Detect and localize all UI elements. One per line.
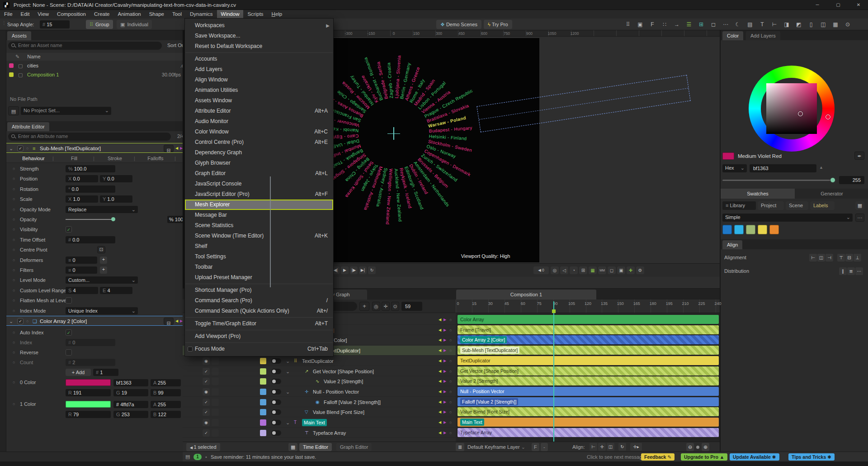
layer-visibility-eye-icon[interactable]: ◉ [203, 357, 210, 365]
window-menu-item-graph-editor[interactable]: Graph EditorAlt+L [185, 168, 333, 179]
layer-toggle-pill[interactable] [271, 430, 281, 436]
next-key-icon[interactable]: ▶ [443, 346, 446, 356]
prev-key-icon[interactable]: ◀ [175, 316, 178, 326]
project-folder-icon[interactable]: ▤ [8, 106, 19, 115]
status-button-upgrade-to-pro[interactable]: Upgrade to Pro ▲ [681, 453, 727, 461]
next-key-icon[interactable]: ▶ [443, 376, 446, 386]
column-single-icon[interactable]: ▯ [806, 20, 816, 29]
panel-grid-icon[interactable]: ▣ [635, 20, 645, 29]
layer-row-null-position-vector[interactable]: ◉⌄✛Null - Position Vector◀▶○ [183, 387, 456, 397]
library-tab-labels[interactable]: Labels [810, 201, 835, 210]
layer-enable-check-icon[interactable]: ✓ [203, 399, 210, 406]
prev-key-icon[interactable]: ◀ [439, 387, 441, 397]
alpha-slider-track[interactable] [722, 180, 835, 181]
camera-icon[interactable]: ⊙ [843, 20, 853, 29]
tab-fill[interactable]: Fill [54, 154, 94, 163]
add-deformers-button[interactable]: + [100, 257, 107, 264]
menu-tool[interactable]: Tool [168, 10, 186, 19]
alpha-value-field[interactable]: 255 [839, 176, 864, 184]
attr-dropdown-index-mode[interactable]: Unique Index⌄ [66, 307, 138, 314]
layer-toggle-pill[interactable] [271, 369, 281, 374]
layer-row-value-2-strength[interactable]: ✓∿Value 2 [Strength]◀▶○ [183, 376, 456, 386]
minus-chip[interactable]: - [541, 443, 548, 451]
prev-key-icon[interactable]: ◀ [439, 428, 441, 438]
attr-checkbox-visibility[interactable]: ✓ [66, 226, 72, 233]
export-arrow-icon[interactable]: → [672, 20, 682, 29]
asset-search-input[interactable] [8, 42, 162, 50]
grid-dots-icon[interactable]: ⠿ [623, 20, 633, 29]
layer-color-swatch[interactable] [260, 430, 266, 436]
prev-key-icon[interactable]: ◀ [439, 346, 441, 356]
tab-stroke[interactable]: Stroke [94, 154, 135, 163]
menu-composition[interactable]: Composition [53, 10, 90, 19]
attr-field-scale-2[interactable]: Y 1.0 [100, 195, 132, 203]
tab-behaviour[interactable]: Behaviour [13, 154, 54, 163]
zoom-in-icon[interactable]: ⊕ [702, 443, 709, 451]
settings-icon[interactable]: ⚙ [636, 266, 644, 274]
key-dot-icon[interactable]: ○ [449, 346, 452, 356]
graph-editor-button[interactable]: Graph Editor [336, 443, 372, 451]
window-menu-item-scene-statistics[interactable]: Scene Statistics [185, 220, 333, 231]
keyframe-dot[interactable]: ○ [13, 338, 15, 347]
layers-icon[interactable]: ▣ [617, 266, 625, 274]
distribute-more-icon[interactable]: ⋯ [855, 267, 863, 275]
track-bar-value-blend-font-size[interactable]: Value Blend [Font Size] [458, 407, 719, 416]
window-menu-item-upload-preset-manager[interactable]: Upload Preset Manager [185, 272, 333, 283]
zoom-out-icon[interactable]: ⊖ [686, 443, 694, 451]
palette-swatch[interactable] [769, 225, 779, 234]
add-layer-button[interactable]: + [359, 302, 369, 311]
attr-field-custom-level-range-1[interactable]: S 4 [66, 287, 98, 294]
eyedropper-icon[interactable]: ✒ [854, 152, 864, 160]
key-dot-icon[interactable]: ○ [449, 428, 452, 438]
snap-angle-field[interactable]: # 15 [40, 20, 70, 29]
attr-field-position-1[interactable]: X 0.0 [66, 175, 98, 182]
window-menu-item-align-window[interactable]: Align Window [185, 75, 333, 85]
key-dot-icon[interactable]: ○ [449, 356, 452, 366]
align-center-v-icon[interactable]: ⊟ [845, 254, 853, 262]
attr-field-strength[interactable]: % 100.0 [66, 165, 115, 172]
distribute-h-icon[interactable]: ∥ [839, 267, 847, 275]
color-hex-field[interactable]: # 4ffd7a [113, 401, 148, 408]
window-menu-item-mesh-explorer[interactable]: Mesh Explorer [185, 200, 333, 210]
attr-field-deformers[interactable]: ≡ 0 [66, 257, 97, 264]
selected-count-button[interactable]: ◀ 1 selected [186, 443, 220, 451]
track-bar-get-vector-shape-position[interactable]: Get Vector [Shape Position] [458, 366, 719, 376]
window-menu-item-attribute-editor[interactable]: Attribute EditorAlt+A [185, 106, 333, 116]
key-dot-icon[interactable]: ○ [449, 418, 452, 428]
color-g-field[interactable]: G 19 [113, 389, 148, 396]
prev-key-icon[interactable]: ◀ [439, 418, 441, 428]
add-filters-button[interactable]: + [100, 266, 107, 274]
color-entry-swatch[interactable] [66, 401, 111, 408]
keyframe-layer-dropdown[interactable]: Default Keyframe Layer ⌄ [467, 443, 525, 451]
attr-field-time-offset[interactable]: # 0.0 [66, 236, 115, 243]
align-right-icon[interactable]: ⊣ [826, 254, 833, 262]
next-key-icon[interactable]: ▶ [443, 325, 446, 335]
layer-toggle-pill[interactable] [271, 409, 281, 415]
hue-selector-dot[interactable] [826, 114, 830, 119]
expander-icon[interactable]: ⌄ [9, 316, 13, 326]
layer-extra-cell[interactable] [212, 429, 219, 437]
onion-icon[interactable]: ◎ [551, 266, 559, 274]
editor-grid-icon[interactable]: ▦ [288, 443, 297, 451]
menu-dynamics[interactable]: Dynamics [186, 10, 217, 19]
window-menu-item-animation-utilities[interactable]: Animation Utilities [185, 85, 333, 95]
window-menu-item-add-viewport-pro[interactable]: Add Viewport (Pro) [185, 331, 333, 342]
ellipsis-icon[interactable]: ⋯ [721, 20, 731, 29]
keyframe-dot[interactable]: ○ [13, 328, 15, 338]
bounds-icon[interactable]: ◻ [608, 266, 616, 274]
snap-move-icon[interactable]: ✛▸ [630, 443, 642, 451]
attr-field-scale-1[interactable]: X 1.0 [66, 195, 98, 203]
expander-icon[interactable]: ⌄ [9, 143, 13, 153]
track-bar-null-position-vector[interactable]: Null - Position Vector [458, 387, 719, 396]
key-dot-icon[interactable]: ○ [449, 397, 452, 407]
key-dot-icon[interactable]: ○ [449, 315, 452, 325]
next-key-icon[interactable]: ▶ [443, 335, 446, 345]
menu-window[interactable]: Window [217, 10, 244, 19]
row-view-icon[interactable]: ▤ [745, 20, 755, 29]
keyframe-dot[interactable]: ○ [13, 275, 15, 285]
track-bar-main-text[interactable]: Main Text [458, 418, 719, 427]
layer-row-falloff-value-2-strength[interactable]: ✓◉Falloff [Value 2 [Strength]]◀▶○ [183, 397, 456, 407]
window-menu-item-save-workspace[interactable]: Save Workspace... [185, 31, 333, 41]
tab-align[interactable]: Align [722, 240, 742, 249]
next-key-icon[interactable]: ▶ [443, 428, 446, 438]
